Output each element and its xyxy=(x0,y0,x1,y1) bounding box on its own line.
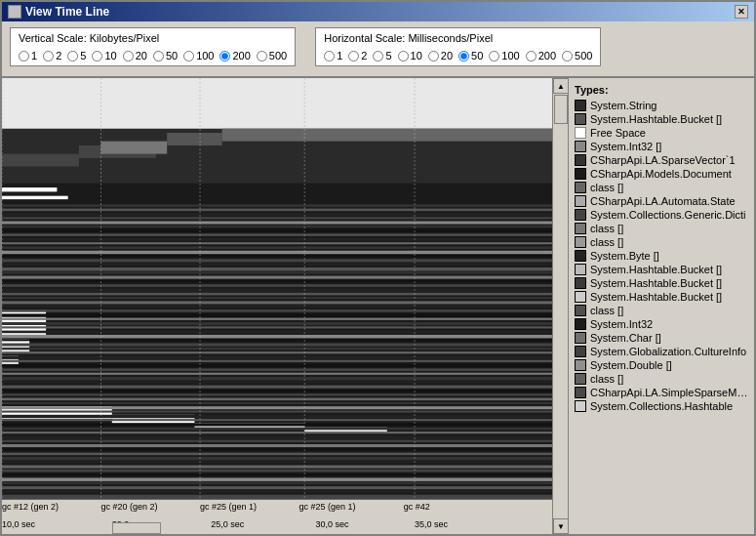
legend-item-16: System.Int32 xyxy=(575,318,748,330)
legend-label-5: CSharpApi.Models.Document xyxy=(590,168,732,180)
svg-rect-60 xyxy=(2,368,552,371)
legend-swatch-2 xyxy=(575,127,586,139)
legend-swatch-17 xyxy=(575,332,586,344)
h-radio-20[interactable]: 20 xyxy=(428,50,453,62)
legend-item-5: CSharpApi.Models.Document xyxy=(575,168,748,180)
legend-label-21: CSharpApi.LA.SimpleSparseMatri xyxy=(590,387,748,398)
legend-swatch-19 xyxy=(575,359,586,371)
legend-label-14: System.Hashtable.Bucket [] xyxy=(590,291,722,303)
legend-swatch-3 xyxy=(575,141,586,152)
svg-rect-73 xyxy=(2,406,552,409)
svg-rect-45 xyxy=(2,306,552,308)
legend-swatch-13 xyxy=(575,277,586,289)
legend-label-17: System.Char [] xyxy=(590,332,661,344)
svg-rect-57 xyxy=(2,355,552,358)
v-radio-100[interactable]: 100 xyxy=(183,50,214,62)
v-radio-10[interactable]: 10 xyxy=(92,50,116,62)
legend-item-11: System.Byte [] xyxy=(575,250,748,262)
legend-item-9: class [] xyxy=(575,223,748,234)
svg-rect-49 xyxy=(2,322,552,325)
svg-rect-44 xyxy=(2,301,552,304)
legend-item-19: System.Double [] xyxy=(575,359,748,371)
svg-rect-88 xyxy=(2,470,552,473)
title-bar: View Time Line ✕ xyxy=(2,2,754,21)
legend-item-14: System.Hashtable.Bucket [] xyxy=(575,291,748,303)
h-radio-5[interactable]: 5 xyxy=(373,50,391,62)
legend-item-20: class [] xyxy=(575,373,748,385)
svg-rect-59 xyxy=(2,364,552,367)
svg-rect-76 xyxy=(2,419,552,421)
svg-rect-61 xyxy=(2,373,552,375)
scroll-thumb[interactable] xyxy=(554,95,568,124)
vertical-scale-group: Vertical Scale: Kilobytes/Pixel 1 2 5 10… xyxy=(10,27,296,66)
scroll-down-button[interactable]: ▼ xyxy=(553,518,569,534)
legend-swatch-9 xyxy=(575,223,586,234)
chart-container: gc #12 (gen 2) 10,0 sec gc #20 (gen 2) 2… xyxy=(2,78,569,534)
svg-rect-38 xyxy=(2,289,552,292)
h-radio-200[interactable]: 200 xyxy=(526,50,556,62)
svg-rect-91 xyxy=(2,482,552,484)
h-radio-2[interactable]: 2 xyxy=(348,50,367,62)
h-scrollbar-thumb[interactable] xyxy=(112,522,161,534)
svg-rect-32 xyxy=(2,264,552,267)
legend-label-3: System.Int32 [] xyxy=(590,141,661,152)
v-radio-20[interactable]: 20 xyxy=(123,50,147,62)
svg-rect-65 xyxy=(2,390,552,392)
v-radio-200[interactable]: 200 xyxy=(219,50,250,62)
legend-swatch-11 xyxy=(575,250,586,262)
legend-item-0: System.String xyxy=(575,100,748,111)
svg-rect-13 xyxy=(167,133,221,145)
v-radio-1[interactable]: 1 xyxy=(19,50,37,62)
svg-rect-71 xyxy=(2,398,552,401)
svg-rect-31 xyxy=(2,259,552,262)
legend-label-2: Free Space xyxy=(590,127,646,139)
legend-item-4: CSharpApi.LA.SparseVector`1 xyxy=(575,154,748,166)
legend-item-8: System.Collections.Generic.Dicti xyxy=(575,209,748,221)
h-radio-1[interactable]: 1 xyxy=(324,50,342,62)
svg-rect-74 xyxy=(2,410,552,412)
legend-swatch-7 xyxy=(575,195,586,207)
x-label-35sec: 35,0 sec xyxy=(415,519,448,529)
legend-item-17: System.Char [] xyxy=(575,332,748,344)
v-radio-500[interactable]: 500 xyxy=(257,50,287,62)
svg-rect-58 xyxy=(2,360,552,362)
svg-rect-10 xyxy=(2,154,79,167)
legend-item-12: System.Hashtable.Bucket [] xyxy=(575,264,748,275)
svg-rect-48 xyxy=(2,318,552,320)
scroll-up-button[interactable]: ▲ xyxy=(553,78,569,94)
svg-rect-87 xyxy=(2,466,552,469)
svg-rect-27 xyxy=(2,242,552,244)
x-label-25sec: 25,0 sec xyxy=(211,519,244,529)
svg-rect-93 xyxy=(2,490,552,492)
x-label-10sec: 10,0 sec xyxy=(2,519,35,529)
x-axis: gc #12 (gen 2) 10,0 sec gc #20 (gen 2) 2… xyxy=(2,499,552,534)
svg-rect-33 xyxy=(2,268,552,270)
svg-rect-36 xyxy=(2,280,552,282)
h-radio-500[interactable]: 500 xyxy=(562,50,592,62)
svg-rect-43 xyxy=(2,297,552,299)
legend-item-7: CSharpApi.LA.Automata.State xyxy=(575,195,748,207)
legend-swatch-6 xyxy=(575,182,586,193)
controls-area: Vertical Scale: Kilobytes/Pixel 1 2 5 10… xyxy=(2,21,754,77)
legend-label-9: class [] xyxy=(590,223,623,234)
x-label-gc12: gc #12 (gen 2) xyxy=(2,502,59,512)
legend-swatch-8 xyxy=(575,209,586,221)
close-button[interactable]: ✕ xyxy=(735,5,748,19)
main-window: View Time Line ✕ Vertical Scale: Kilobyt… xyxy=(0,0,756,536)
scroll-track[interactable] xyxy=(553,94,568,518)
vertical-scrollbar[interactable]: ▲ ▼ xyxy=(552,78,568,534)
legend-label-0: System.String xyxy=(590,100,657,111)
svg-rect-42 xyxy=(2,293,552,296)
svg-rect-85 xyxy=(2,457,552,460)
svg-rect-28 xyxy=(2,246,552,249)
h-radio-100[interactable]: 100 xyxy=(489,50,519,62)
h-radio-50[interactable]: 50 xyxy=(458,50,483,62)
h-radio-10[interactable]: 10 xyxy=(398,50,422,62)
v-radio-50[interactable]: 50 xyxy=(153,50,178,62)
v-radio-5[interactable]: 5 xyxy=(67,50,86,62)
legend-item-10: class [] xyxy=(575,236,748,248)
window-icon xyxy=(8,5,21,19)
v-radio-2[interactable]: 2 xyxy=(43,50,61,62)
legend-item-13: System.Hashtable.Bucket [] xyxy=(575,277,748,289)
legend-swatch-0 xyxy=(575,100,586,111)
